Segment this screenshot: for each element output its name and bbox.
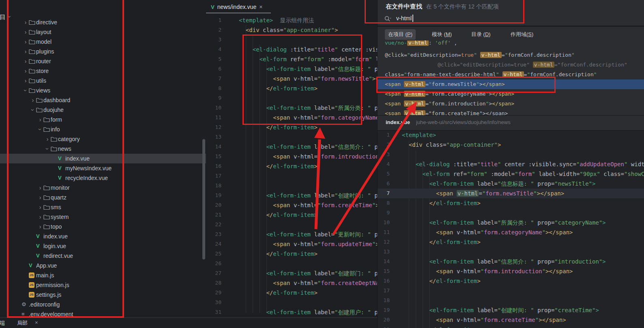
close-tab-icon[interactable]: ×: [259, 4, 262, 10]
tree-item-duojuhe[interactable]: ›duojuhe: [0, 105, 206, 115]
line-number: 8: [378, 198, 390, 208]
folder-icon: [29, 19, 36, 25]
chevron-right-icon[interactable]: ›: [37, 222, 43, 232]
tree-item-label: utils: [36, 76, 46, 86]
tree-item-redirect.vue[interactable]: Vredirect.vue: [0, 251, 206, 261]
tree-item-index.vue[interactable]: Vindex.vue: [0, 154, 206, 163]
chevron-down-icon[interactable]: ›: [21, 87, 30, 94]
scope-tab[interactable]: 作用域(S): [507, 29, 537, 40]
scope-tab-label: ): [411, 31, 412, 37]
tree-item-main.js[interactable]: JSmain.js: [0, 270, 206, 280]
scope-tab[interactable]: 在项目 (P): [385, 29, 416, 40]
code-token: </span>: [492, 101, 514, 107]
scope-tab-label: 作用域(: [511, 31, 528, 37]
project-tree-scrollbar[interactable]: [202, 139, 205, 259]
code-token: v-html=: [290, 202, 317, 208]
search-result-row[interactable]: <span v-html="form.newsTitle"></span>: [378, 79, 644, 89]
chevron-right-icon[interactable]: ›: [37, 115, 43, 124]
code-token: class=: [385, 71, 404, 77]
tree-item-topo[interactable]: ›topo: [0, 222, 206, 232]
tree-item-dashboard[interactable]: ›dashboard: [0, 95, 206, 105]
tree-item-monitor[interactable]: ›monitor: [0, 183, 206, 193]
chevron-right-icon[interactable]: ›: [22, 17, 29, 27]
search-result-row[interactable]: <span v-html="form.categoryName"></span>: [378, 89, 644, 99]
chevron-right-icon[interactable]: ›: [22, 66, 29, 76]
scope-tab-label: M: [446, 31, 450, 37]
tree-item-form[interactable]: ›form: [0, 115, 206, 124]
chevron-right-icon[interactable]: ›: [37, 183, 43, 193]
tree-item-news[interactable]: ›news: [0, 144, 206, 154]
code-token: class=: [260, 27, 283, 33]
code-token: <el-form-item: [429, 307, 474, 313]
preview-file-header[interactable]: index.vue juhe-web-ui/src/views/duojuhe/…: [378, 115, 644, 131]
js-icon: JS: [29, 272, 36, 278]
tree-item-recycleIndex.vue[interactable]: VrecycleIndex.vue: [0, 173, 206, 183]
line-number: 28: [206, 278, 221, 288]
chevron-down-icon[interactable]: ›: [35, 126, 45, 133]
code-token: >: [477, 326, 480, 328]
tool-tab-local[interactable]: 局部: [17, 319, 28, 327]
chevron-right-icon[interactable]: ›: [37, 212, 43, 222]
gear-icon: ⚙: [21, 300, 26, 309]
chevron-right-icon[interactable]: ›: [22, 27, 29, 37]
chevron-right-icon[interactable]: ›: [44, 134, 51, 144]
tree-item-info[interactable]: ›info: [0, 124, 206, 134]
chevron-right-icon[interactable]: ›: [22, 37, 29, 47]
code-token: label=: [311, 105, 335, 111]
code-text: <span v-html="form.newsTitle"></span>: [402, 189, 564, 198]
code-token: v-html=: [453, 229, 480, 236]
search-result-row[interactable]: @click="editDescription=true" v-html="fo…: [378, 50, 644, 60]
tree-item-sms[interactable]: ›sms: [0, 202, 206, 212]
tree-item-.editorconfig[interactable]: ⚙.editorconfig: [0, 300, 206, 309]
code-token: "信息标题: ": [335, 66, 371, 72]
search-result-row[interactable]: <span v-html="form.introduction"></span>: [378, 99, 644, 109]
tree-item-utils[interactable]: ›utils: [0, 76, 206, 86]
tree-item-quartz[interactable]: ›quartz: [0, 193, 206, 202]
tree-item-index.vue[interactable]: Vindex.vue: [0, 232, 206, 241]
tree-item-model[interactable]: ›model: [0, 37, 206, 47]
tree-item-layout[interactable]: ›layout: [0, 27, 206, 37]
chevron-down-icon[interactable]: ›: [28, 107, 38, 113]
tree-item-router[interactable]: ›router: [0, 56, 206, 66]
tree-item-store[interactable]: ›store: [0, 66, 206, 76]
code-line: 13: [378, 247, 644, 257]
chevron-right-icon[interactable]: ›: [37, 202, 43, 212]
scope-tab[interactable]: 目录 (D): [468, 29, 494, 40]
chevron-down-icon[interactable]: ›: [43, 146, 52, 152]
tree-item-label: App.vue: [36, 261, 57, 270]
editor-tab[interactable]: V news/index.vue ×: [208, 2, 266, 12]
chevron-right-icon[interactable]: ›: [22, 47, 29, 56]
code-token: addUpdateOpen: [580, 161, 624, 167]
close-icon[interactable]: ×: [35, 319, 38, 326]
tree-item-directive[interactable]: ›directive: [0, 17, 206, 27]
search-result-row[interactable]: class="form-name-text-describe-html" v-h…: [378, 70, 644, 79]
line-number: 7: [378, 189, 390, 198]
tree-item-permission.js[interactable]: JSpermission.js: [0, 280, 206, 290]
tree-item-.env.development[interactable]: ≡.env.development: [0, 309, 206, 317]
folder-icon: [29, 68, 36, 74]
tool-tab-terminal[interactable]: 终端: [0, 319, 5, 327]
code-token: label-width=: [535, 171, 580, 177]
chevron-right-icon[interactable]: ›: [30, 95, 36, 105]
tree-item-plugins[interactable]: ›plugins: [0, 47, 206, 56]
chevron-right-icon[interactable]: ›: [37, 193, 43, 202]
scope-tab[interactable]: 模块 (M): [429, 29, 455, 40]
code-token: <span: [436, 229, 453, 236]
line-number: 19: [378, 305, 390, 315]
tree-item-views[interactable]: ›views: [0, 86, 206, 95]
tree-item-label: store: [36, 66, 49, 76]
preview-code[interactable]: 1<template>2 <div class="app-container">…: [378, 130, 644, 328]
tree-item-label: main.js: [36, 270, 54, 280]
line-number: 6: [378, 179, 390, 189]
tree-item-myNewsIndex.vue[interactable]: VmyNewsIndex.vue: [0, 163, 206, 173]
chevron-right-icon[interactable]: ›: [22, 76, 29, 86]
tree-item-category[interactable]: ›category: [0, 134, 206, 144]
chevron-right-icon[interactable]: ›: [22, 56, 29, 66]
match-highlight: v-html: [404, 81, 425, 87]
search-result-row[interactable]: @click="editDescription=true" v-html="fo…: [378, 60, 644, 70]
tree-item-App.vue[interactable]: VApp.vue: [0, 261, 206, 270]
tree-item-login.vue[interactable]: Vlogin.vue: [0, 241, 206, 251]
tree-item-settings.js[interactable]: JSsettings.js: [0, 290, 206, 300]
code-text: </el-form-item>: [239, 122, 318, 132]
tree-item-system[interactable]: ›system: [0, 212, 206, 222]
